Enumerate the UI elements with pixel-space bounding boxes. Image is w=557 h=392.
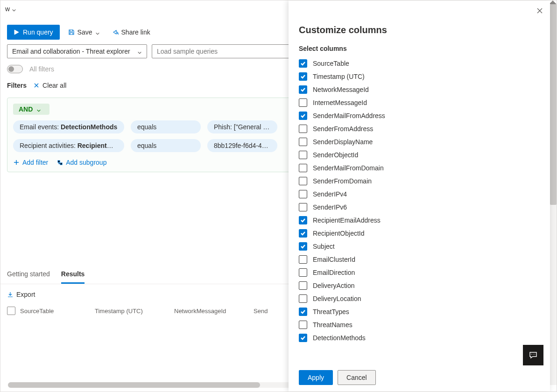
filter-field-chip[interactable]: Email events: DetectionMethods [13,120,124,133]
column-label: SenderMailFromDomain [313,164,384,172]
vertical-scrollbar-thumb[interactable] [550,4,557,205]
horizontal-scrollbar-thumb[interactable] [8,382,260,388]
column-label: DeliveryAction [313,282,354,289]
checkbox[interactable] [299,177,307,185]
filters-heading: Filters [7,82,27,89]
column-checkbox-item[interactable]: SenderFromDomain [299,175,540,188]
panel-title: Customize columns [299,25,540,35]
column-header[interactable]: NetworkMessageId [174,308,249,315]
column-checkbox-item[interactable]: RecipientObjectId [299,227,540,240]
column-checkbox-item[interactable]: Timestamp (UTC) [299,70,540,83]
source-value: Email and collaboration - Threat explore… [12,48,130,55]
checkbox[interactable] [299,151,307,159]
column-checkbox-item[interactable]: Subject [299,240,540,253]
checkbox[interactable] [299,138,307,146]
column-label: ThreatNames [313,321,353,329]
column-label: InternetMessageId [313,99,367,106]
filter-op-chip[interactable]: equals [131,139,201,152]
column-checkbox-item[interactable]: DeliveryLocation [299,292,540,305]
column-label: SenderIPv4 [313,190,347,198]
checkbox[interactable] [299,308,307,316]
cancel-button[interactable]: Cancel [338,370,376,385]
column-label: Subject [313,243,335,250]
panel-subtitle: Select columns [299,45,540,52]
view-label: w [5,5,10,13]
filter-value-chip[interactable]: 8bb129fe-f6d4-431f-8 [207,139,277,152]
checkbox[interactable] [299,294,307,303]
column-checkbox-item[interactable]: SenderMailFromDomain [299,161,540,175]
clear-all-button[interactable]: Clear all [33,82,66,89]
checkbox[interactable] [299,72,307,81]
column-label: SenderIPv6 [313,203,347,211]
checkbox[interactable] [299,85,307,94]
column-checkbox-item[interactable]: SenderIPv4 [299,188,540,201]
checkbox[interactable] [299,229,307,238]
run-query-label: Run query [23,28,53,36]
column-checkbox-item[interactable]: InternetMessageId [299,96,540,109]
plus-icon [13,159,20,166]
filter-op-chip[interactable]: equals [131,120,201,133]
column-header[interactable]: Timestamp (UTC) [95,308,169,315]
share-icon [112,29,119,35]
source-select[interactable]: Email and collaboration - Threat explore… [7,44,147,58]
save-button[interactable]: Save [64,26,104,39]
column-checkbox-item[interactable]: RecipientEmailAddress [299,214,540,227]
subgroup-icon [56,159,63,166]
column-checkbox-item[interactable]: SenderIPv6 [299,201,540,214]
column-header[interactable]: Send [254,308,277,315]
column-header[interactable]: SourceTable [20,308,90,315]
checkbox[interactable] [299,321,307,329]
checkbox[interactable] [299,216,307,224]
close-icon [33,82,40,89]
checkbox[interactable] [299,125,307,133]
column-checkbox-item[interactable]: EmailClusterId [299,253,540,266]
chevron-down-icon [12,7,16,11]
checkbox[interactable] [299,281,307,290]
play-icon [14,29,19,35]
add-subgroup-button[interactable]: Add subgroup [56,159,106,166]
column-checkbox-item[interactable]: SenderObjectId [299,148,540,161]
all-filters-toggle[interactable] [7,65,23,73]
chat-fab-button[interactable] [523,345,543,365]
column-checkbox-item[interactable]: SenderMailFromAddress [299,109,540,122]
column-checkbox-item[interactable]: SourceTable [299,57,540,70]
checkbox[interactable] [299,255,307,264]
column-checkbox-item[interactable]: ThreatNames [299,318,540,331]
checkbox[interactable] [299,164,307,172]
export-button[interactable]: Export [7,291,35,298]
checkbox[interactable] [299,203,307,211]
checkbox[interactable] [299,190,307,198]
column-label: SenderDisplayName [313,138,373,146]
select-all-checkbox[interactable] [7,307,15,315]
checkbox[interactable] [299,98,307,107]
column-label: SenderFromDomain [313,177,372,185]
chevron-down-icon [36,107,41,112]
scroll-arrow-up-icon[interactable] [549,0,557,4]
column-checkbox-item[interactable]: SenderDisplayName [299,135,540,148]
run-query-button[interactable]: Run query [7,25,60,40]
clear-all-label: Clear all [42,82,66,89]
close-panel-button[interactable] [536,7,543,16]
add-filter-button[interactable]: Add filter [13,159,48,166]
apply-button[interactable]: Apply [299,370,333,385]
tab-getting-started[interactable]: Getting started [7,266,50,284]
filter-field-chip[interactable]: Recipient activities: RecipientObj... [13,139,124,152]
checkbox[interactable] [299,334,307,342]
share-link-button[interactable]: Share link [108,26,154,39]
column-label: Timestamp (UTC) [313,73,365,80]
view-dropdown[interactable]: w [5,5,16,13]
checkbox[interactable] [299,112,307,120]
checkbox[interactable] [299,59,307,68]
column-checkbox-item[interactable]: EmailDirection [299,266,540,279]
checkbox[interactable] [299,268,307,277]
column-checkbox-item[interactable]: ThreatTypes [299,305,540,318]
checkbox[interactable] [299,242,307,251]
column-checkbox-item[interactable]: SenderFromAddress [299,122,540,135]
column-checkbox-item[interactable]: DetectionMethods [299,331,540,344]
tab-results[interactable]: Results [61,266,85,284]
operator-chip[interactable]: AND [13,104,49,115]
column-checkbox-item[interactable]: NetworkMessageId [299,83,540,96]
column-checkbox-item[interactable]: DeliveryAction [299,279,540,292]
close-icon [536,7,543,14]
filter-value-chip[interactable]: Phish: ["General filter" [207,120,277,133]
